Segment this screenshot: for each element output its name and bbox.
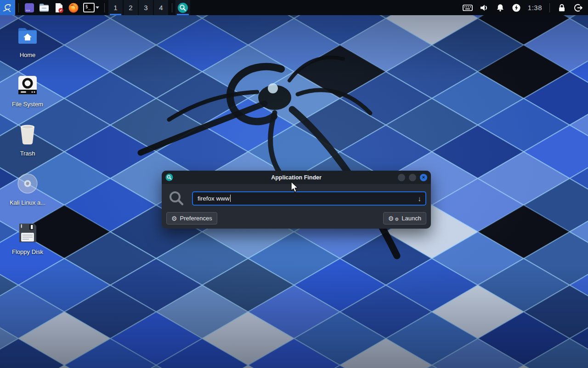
taskbar-application-finder[interactable] xyxy=(175,0,190,15)
workspace-number: 4 xyxy=(159,4,163,12)
desktop-icon-label: Trash xyxy=(20,150,35,157)
kali-menu-button[interactable] xyxy=(0,0,15,15)
optical-disc-icon xyxy=(17,171,38,196)
gear-icon: ⚙ xyxy=(171,215,177,222)
launch-gear-icon: ⚙ xyxy=(388,215,394,222)
top-panel: $_ 1 2 3 4 xyxy=(0,0,588,15)
launcher-firefox[interactable] xyxy=(66,0,81,15)
launch-gear-small-icon: ⚙ xyxy=(395,217,399,222)
panel-separator xyxy=(549,3,550,12)
clock[interactable]: 1:38 xyxy=(528,4,542,12)
workspace-4[interactable]: 4 xyxy=(154,0,168,15)
launch-button[interactable]: ⚙ ⚙ Launch xyxy=(383,212,426,224)
floppy-disk-icon xyxy=(18,220,37,246)
workspace-3[interactable]: 3 xyxy=(139,0,153,15)
desktop-icon-label: Home xyxy=(20,52,36,58)
dropdown-arrow-icon[interactable]: ↓ xyxy=(418,195,422,202)
desktop-icon-grid: Home File System xyxy=(4,23,51,269)
launcher-app-window[interactable] xyxy=(22,0,37,15)
desktop-icon-label: File System xyxy=(12,101,43,108)
text-caret xyxy=(230,195,231,202)
close-button[interactable]: × xyxy=(420,174,427,181)
notification-bell-icon[interactable] xyxy=(496,3,505,12)
folder-icon xyxy=(39,3,50,13)
window-title: Application Finder xyxy=(162,174,431,181)
workspace-1[interactable]: 1 xyxy=(108,0,123,15)
trash-bin-icon xyxy=(17,121,38,147)
workspace-number: 2 xyxy=(129,4,132,12)
workspace-2[interactable]: 2 xyxy=(124,0,138,15)
desktop-icon-label: Floppy Disk xyxy=(12,248,43,255)
app-finder-icon xyxy=(177,2,188,13)
home-folder-icon xyxy=(17,23,38,49)
maximize-button[interactable] xyxy=(409,174,416,181)
launcher-file-manager[interactable] xyxy=(37,0,51,15)
panel-separator xyxy=(18,3,19,12)
preferences-button-label: Preferences xyxy=(180,215,212,222)
logout-icon[interactable] xyxy=(573,3,583,12)
terminal-icon: $_ xyxy=(83,3,95,12)
chevron-down-icon[interactable] xyxy=(96,6,99,9)
keyboard-icon[interactable] xyxy=(463,4,473,12)
desktop-icon-label: Kali Linux a... xyxy=(10,199,45,206)
purple-window-icon xyxy=(24,2,35,13)
volume-icon[interactable] xyxy=(480,3,489,12)
launcher-text-editor[interactable] xyxy=(51,0,66,15)
document-edit-icon xyxy=(53,2,64,13)
launch-button-label: Launch xyxy=(401,215,421,222)
desktop: Home File System xyxy=(0,0,588,368)
workspace-number: 1 xyxy=(113,4,117,12)
launcher-terminal[interactable]: $_ xyxy=(81,0,101,15)
window-controls: × xyxy=(398,174,427,181)
kali-dragon-icon xyxy=(2,2,13,13)
lock-screen-icon[interactable] xyxy=(557,3,566,12)
preferences-button[interactable]: ⚙ Preferences xyxy=(166,212,217,224)
titlebar[interactable]: Application Finder × xyxy=(162,171,431,184)
minimize-button[interactable] xyxy=(398,174,405,181)
search-input-value: firefox www xyxy=(198,195,230,202)
finder-body: firefox www ↓ ⚙ Preferences ⚙ ⚙ Launch xyxy=(162,184,431,229)
close-icon: × xyxy=(422,175,425,180)
hard-drive-icon xyxy=(18,72,37,98)
workspace-number: 3 xyxy=(144,4,147,12)
panel-separator xyxy=(104,3,105,12)
search-icon xyxy=(168,190,185,207)
panel-separator xyxy=(172,3,172,12)
search-input[interactable]: firefox www ↓ xyxy=(192,191,426,206)
desktop-icon-kali-cd[interactable]: Kali Linux a... xyxy=(4,171,51,220)
desktop-icon-trash[interactable]: Trash xyxy=(4,121,51,171)
desktop-icon-file-system[interactable]: File System xyxy=(4,72,51,121)
system-tray: 1:38 xyxy=(463,3,588,12)
power-manager-icon[interactable] xyxy=(512,3,521,12)
application-finder-window: Application Finder × firefox www ↓ xyxy=(162,171,431,229)
firefox-icon xyxy=(68,2,79,13)
desktop-icon-home[interactable]: Home xyxy=(4,23,51,72)
desktop-icon-floppy[interactable]: Floppy Disk xyxy=(4,220,51,269)
